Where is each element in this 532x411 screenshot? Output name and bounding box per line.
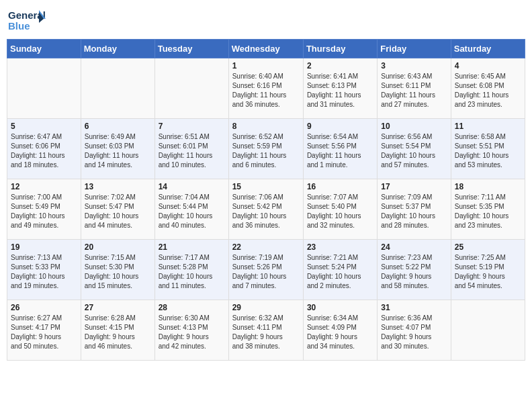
day-info: Sunrise: 6:32 AM Sunset: 4:11 PM Dayligh… — [232, 314, 300, 351]
calendar-week-row: 5Sunrise: 6:47 AM Sunset: 6:06 PM Daylig… — [7, 119, 525, 179]
day-number: 1 — [232, 61, 300, 71]
calendar-cell — [7, 58, 81, 119]
day-header: Wednesday — [228, 40, 303, 58]
day-info: Sunrise: 7:21 AM Sunset: 5:24 PM Dayligh… — [307, 253, 373, 291]
day-info: Sunrise: 6:45 AM Sunset: 6:08 PM Dayligh… — [455, 72, 521, 109]
day-info: Sunrise: 6:28 AM Sunset: 4:15 PM Dayligh… — [85, 314, 151, 351]
calendar-cell: 11Sunrise: 6:58 AM Sunset: 5:51 PM Dayli… — [451, 119, 525, 179]
day-info: Sunrise: 7:15 AM Sunset: 5:30 PM Dayligh… — [85, 253, 151, 291]
day-number: 21 — [159, 242, 225, 252]
calendar-table: SundayMondayTuesdayWednesdayThursdayFrid… — [7, 39, 525, 361]
calendar-week-row: 1Sunrise: 6:40 AM Sunset: 6:16 PM Daylig… — [7, 58, 525, 119]
calendar-week-row: 26Sunrise: 6:27 AM Sunset: 4:17 PM Dayli… — [7, 300, 525, 361]
calendar-cell: 26Sunrise: 6:27 AM Sunset: 4:17 PM Dayli… — [7, 300, 81, 361]
calendar-cell: 5Sunrise: 6:47 AM Sunset: 6:06 PM Daylig… — [7, 119, 81, 179]
day-info: Sunrise: 6:47 AM Sunset: 6:06 PM Dayligh… — [11, 132, 77, 170]
calendar-cell: 18Sunrise: 7:11 AM Sunset: 5:35 PM Dayli… — [451, 179, 525, 240]
day-info: Sunrise: 6:58 AM Sunset: 5:51 PM Dayligh… — [455, 132, 521, 170]
day-number: 23 — [307, 242, 373, 252]
calendar-cell: 3Sunrise: 6:43 AM Sunset: 6:11 PM Daylig… — [378, 58, 451, 119]
calendar-cell: 25Sunrise: 7:25 AM Sunset: 5:19 PM Dayli… — [451, 240, 525, 300]
day-number: 25 — [455, 242, 521, 252]
calendar-cell: 7Sunrise: 6:51 AM Sunset: 6:01 PM Daylig… — [154, 119, 228, 179]
day-number: 9 — [307, 122, 373, 131]
calendar-cell: 10Sunrise: 6:56 AM Sunset: 5:54 PM Dayli… — [378, 119, 451, 179]
calendar-week-row: 12Sunrise: 7:00 AM Sunset: 5:49 PM Dayli… — [7, 179, 525, 240]
calendar-cell: 8Sunrise: 6:52 AM Sunset: 5:59 PM Daylig… — [228, 119, 303, 179]
svg-text:Blue: Blue — [8, 20, 30, 32]
day-number: 24 — [381, 242, 447, 252]
day-header: Thursday — [303, 40, 377, 58]
day-info: Sunrise: 6:30 AM Sunset: 4:13 PM Dayligh… — [159, 314, 225, 351]
day-number: 11 — [455, 122, 521, 131]
day-info: Sunrise: 7:09 AM Sunset: 5:37 PM Dayligh… — [381, 193, 447, 230]
calendar-cell: 16Sunrise: 7:07 AM Sunset: 5:40 PM Dayli… — [303, 179, 377, 240]
day-number: 8 — [232, 122, 300, 131]
day-number: 14 — [159, 182, 225, 191]
day-number: 6 — [85, 122, 151, 131]
calendar-cell: 21Sunrise: 7:17 AM Sunset: 5:28 PM Dayli… — [154, 240, 228, 300]
calendar-cell: 27Sunrise: 6:28 AM Sunset: 4:15 PM Dayli… — [81, 300, 154, 361]
day-info: Sunrise: 7:19 AM Sunset: 5:26 PM Dayligh… — [232, 253, 300, 291]
day-header: Tuesday — [154, 40, 228, 58]
day-info: Sunrise: 7:00 AM Sunset: 5:49 PM Dayligh… — [11, 193, 77, 230]
day-header: Saturday — [451, 40, 525, 58]
day-number: 12 — [11, 182, 77, 191]
day-header: Monday — [81, 40, 154, 58]
header-row: SundayMondayTuesdayWednesdayThursdayFrid… — [7, 40, 525, 58]
day-number: 30 — [307, 303, 373, 312]
calendar-cell: 1Sunrise: 6:40 AM Sunset: 6:16 PM Daylig… — [228, 58, 303, 119]
calendar-cell — [154, 58, 228, 119]
calendar-cell: 9Sunrise: 6:54 AM Sunset: 5:56 PM Daylig… — [303, 119, 377, 179]
calendar-cell: 31Sunrise: 6:36 AM Sunset: 4:07 PM Dayli… — [378, 300, 451, 361]
day-info: Sunrise: 6:34 AM Sunset: 4:09 PM Dayligh… — [307, 314, 373, 351]
day-number: 3 — [381, 61, 447, 71]
calendar-cell: 4Sunrise: 6:45 AM Sunset: 6:08 PM Daylig… — [451, 58, 525, 119]
calendar-cell: 13Sunrise: 7:02 AM Sunset: 5:47 PM Dayli… — [81, 179, 154, 240]
day-number: 29 — [232, 303, 300, 312]
calendar-cell: 24Sunrise: 7:23 AM Sunset: 5:22 PM Dayli… — [378, 240, 451, 300]
calendar-cell: 12Sunrise: 7:00 AM Sunset: 5:49 PM Dayli… — [7, 179, 81, 240]
day-info: Sunrise: 6:51 AM Sunset: 6:01 PM Dayligh… — [159, 132, 225, 170]
calendar-cell: 28Sunrise: 6:30 AM Sunset: 4:13 PM Dayli… — [154, 300, 228, 361]
logo-svg: GeneralBlue — [7, 7, 47, 34]
header: GeneralBlue — [7, 7, 525, 34]
day-number: 26 — [11, 303, 77, 312]
day-number: 7 — [159, 122, 225, 131]
day-info: Sunrise: 6:36 AM Sunset: 4:07 PM Dayligh… — [381, 314, 447, 351]
day-number: 10 — [381, 122, 447, 131]
calendar-cell: 20Sunrise: 7:15 AM Sunset: 5:30 PM Dayli… — [81, 240, 154, 300]
day-info: Sunrise: 7:13 AM Sunset: 5:33 PM Dayligh… — [11, 253, 77, 291]
day-info: Sunrise: 6:54 AM Sunset: 5:56 PM Dayligh… — [307, 132, 373, 170]
day-number: 15 — [232, 182, 300, 191]
calendar-cell: 23Sunrise: 7:21 AM Sunset: 5:24 PM Dayli… — [303, 240, 377, 300]
day-number: 16 — [307, 182, 373, 191]
calendar-cell: 22Sunrise: 7:19 AM Sunset: 5:26 PM Dayli… — [228, 240, 303, 300]
day-number: 31 — [381, 303, 447, 312]
calendar-cell — [451, 300, 525, 361]
day-info: Sunrise: 6:56 AM Sunset: 5:54 PM Dayligh… — [381, 132, 447, 170]
day-header: Sunday — [7, 40, 81, 58]
day-number: 4 — [455, 61, 521, 71]
day-number: 17 — [381, 182, 447, 191]
calendar-cell: 6Sunrise: 6:49 AM Sunset: 6:03 PM Daylig… — [81, 119, 154, 179]
day-number: 22 — [232, 242, 300, 252]
day-info: Sunrise: 6:27 AM Sunset: 4:17 PM Dayligh… — [11, 314, 77, 351]
day-info: Sunrise: 6:43 AM Sunset: 6:11 PM Dayligh… — [381, 72, 447, 109]
day-info: Sunrise: 7:25 AM Sunset: 5:19 PM Dayligh… — [455, 253, 521, 291]
day-number: 2 — [307, 61, 373, 71]
day-info: Sunrise: 6:40 AM Sunset: 6:16 PM Dayligh… — [232, 72, 300, 109]
calendar-cell: 29Sunrise: 6:32 AM Sunset: 4:11 PM Dayli… — [228, 300, 303, 361]
day-info: Sunrise: 7:17 AM Sunset: 5:28 PM Dayligh… — [159, 253, 225, 291]
day-number: 18 — [455, 182, 521, 191]
calendar-week-row: 19Sunrise: 7:13 AM Sunset: 5:33 PM Dayli… — [7, 240, 525, 300]
day-info: Sunrise: 7:11 AM Sunset: 5:35 PM Dayligh… — [455, 193, 521, 230]
calendar-cell: 15Sunrise: 7:06 AM Sunset: 5:42 PM Dayli… — [228, 179, 303, 240]
day-info: Sunrise: 6:41 AM Sunset: 6:13 PM Dayligh… — [307, 72, 373, 109]
calendar-cell — [81, 58, 154, 119]
logo: GeneralBlue — [7, 7, 47, 34]
day-number: 5 — [11, 122, 77, 131]
calendar-cell: 30Sunrise: 6:34 AM Sunset: 4:09 PM Dayli… — [303, 300, 377, 361]
calendar-cell: 14Sunrise: 7:04 AM Sunset: 5:44 PM Dayli… — [154, 179, 228, 240]
day-number: 27 — [85, 303, 151, 312]
